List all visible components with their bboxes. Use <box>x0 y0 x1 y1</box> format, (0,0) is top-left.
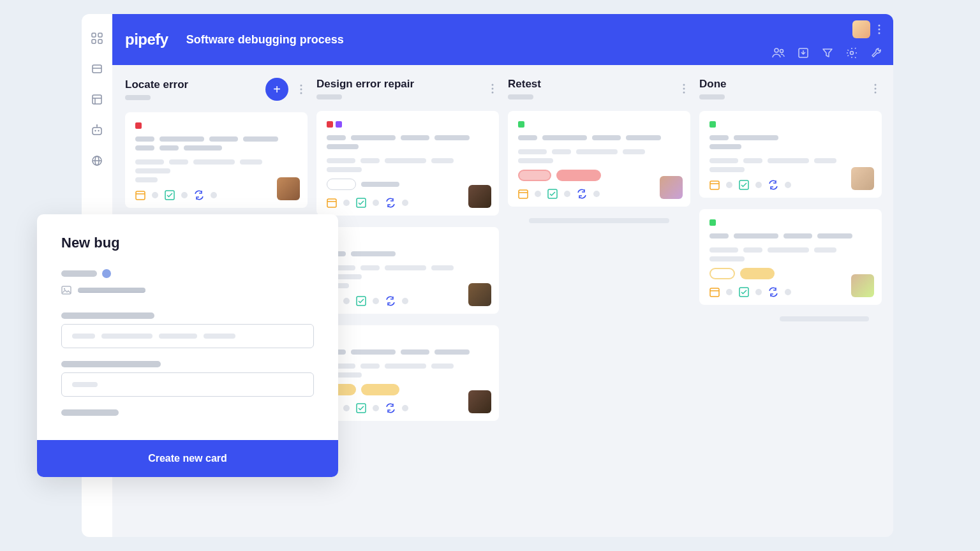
database-icon[interactable] <box>91 62 103 75</box>
svg-point-44 <box>683 92 685 94</box>
tag-red <box>135 122 142 129</box>
column-menu-icon[interactable] <box>869 84 882 94</box>
logo: pipefy <box>125 31 168 48</box>
svg-rect-1 <box>98 33 102 37</box>
column-title: Done <box>699 78 727 91</box>
filter-icon[interactable] <box>822 47 833 59</box>
svg-rect-57 <box>62 286 71 294</box>
check-icon <box>165 190 175 200</box>
members-icon[interactable] <box>772 47 785 59</box>
text-input[interactable] <box>61 372 314 397</box>
header-profile <box>852 20 880 38</box>
svg-rect-4 <box>93 65 101 73</box>
attachment-icon[interactable] <box>61 286 71 295</box>
column-design-repair: Design error repair <box>316 78 499 537</box>
svg-point-19 <box>879 33 880 34</box>
svg-point-11 <box>96 124 98 126</box>
svg-point-58 <box>64 288 65 290</box>
avatar[interactable] <box>852 20 870 38</box>
assignee-avatar <box>277 177 300 200</box>
svg-point-12 <box>94 130 96 131</box>
svg-rect-54 <box>710 288 719 297</box>
svg-point-20 <box>775 48 778 52</box>
svg-rect-3 <box>98 40 102 43</box>
svg-point-13 <box>98 130 99 131</box>
assignee-avatar <box>660 176 683 199</box>
kanban-card[interactable] <box>508 111 690 207</box>
column-title: Locate error <box>125 78 188 91</box>
new-card-modal: New bug Create new card <box>37 214 338 477</box>
create-card-button[interactable]: Create new card <box>37 440 338 477</box>
column-subtitle-skel <box>125 95 151 100</box>
kanban-card[interactable] <box>125 112 308 208</box>
svg-point-42 <box>683 84 685 86</box>
assignee-avatar <box>851 167 874 190</box>
svg-point-48 <box>875 84 877 86</box>
field-label-skel <box>61 409 119 416</box>
column-menu-icon[interactable] <box>678 84 690 94</box>
card-placeholder <box>780 316 869 321</box>
svg-rect-33 <box>327 199 336 207</box>
page-title: Software debugging process <box>186 33 344 47</box>
import-icon[interactable] <box>798 47 809 59</box>
column-menu-icon[interactable] <box>486 84 499 94</box>
reports-icon[interactable] <box>91 93 103 106</box>
assignee-avatar <box>468 390 491 413</box>
svg-rect-27 <box>136 191 145 200</box>
kanban-card[interactable] <box>316 111 499 216</box>
svg-rect-0 <box>92 33 96 37</box>
sync-icon <box>194 190 204 200</box>
apps-icon[interactable] <box>91 32 103 45</box>
card-placeholder <box>529 218 669 223</box>
header: pipefy Software debugging process <box>112 14 893 65</box>
svg-point-21 <box>780 50 783 53</box>
kanban-card[interactable] <box>699 209 882 305</box>
svg-rect-2 <box>92 40 96 43</box>
info-icon[interactable] <box>102 269 111 278</box>
column-retest: Retest <box>508 78 690 537</box>
kanban-card[interactable] <box>316 227 499 314</box>
settings-icon[interactable] <box>846 47 858 59</box>
svg-point-43 <box>683 88 685 90</box>
assignee-avatar <box>468 185 491 208</box>
card-meta-icons <box>135 190 297 200</box>
wrench-icon[interactable] <box>870 47 882 59</box>
menu-dots-icon[interactable] <box>878 24 880 34</box>
svg-point-23 <box>850 52 854 55</box>
svg-point-30 <box>492 84 494 86</box>
modal-title: New bug <box>61 235 314 251</box>
add-card-button[interactable]: + <box>265 78 288 101</box>
svg-rect-9 <box>93 128 101 135</box>
svg-point-49 <box>875 88 877 90</box>
due-icon <box>135 190 145 200</box>
assignee-avatar <box>468 283 491 306</box>
assignee-avatar <box>851 274 874 297</box>
svg-point-25 <box>301 89 302 91</box>
globe-icon[interactable] <box>91 154 103 167</box>
column-title: Retest <box>508 78 541 91</box>
column-done: Done <box>699 78 882 537</box>
svg-rect-45 <box>519 190 528 198</box>
svg-point-31 <box>492 88 494 90</box>
column-title: Design error repair <box>316 78 414 91</box>
automation-icon[interactable] <box>91 124 103 136</box>
field-label-skel <box>61 312 154 319</box>
svg-point-50 <box>875 92 877 94</box>
link-skel[interactable] <box>78 288 145 293</box>
field-label-skel <box>61 270 97 277</box>
svg-rect-51 <box>710 181 719 189</box>
header-toolbar <box>772 47 882 59</box>
svg-point-26 <box>301 92 302 94</box>
svg-point-24 <box>301 85 302 87</box>
kanban-card[interactable] <box>699 111 882 198</box>
text-input[interactable] <box>61 324 314 348</box>
field-label-skel <box>61 361 161 367</box>
column-menu-icon[interactable] <box>295 84 308 94</box>
column-header: Locate error + <box>125 78 308 101</box>
svg-point-18 <box>879 29 880 31</box>
svg-point-32 <box>492 92 494 94</box>
kanban-card[interactable] <box>316 325 499 421</box>
svg-rect-6 <box>93 95 101 104</box>
svg-point-17 <box>879 25 880 27</box>
